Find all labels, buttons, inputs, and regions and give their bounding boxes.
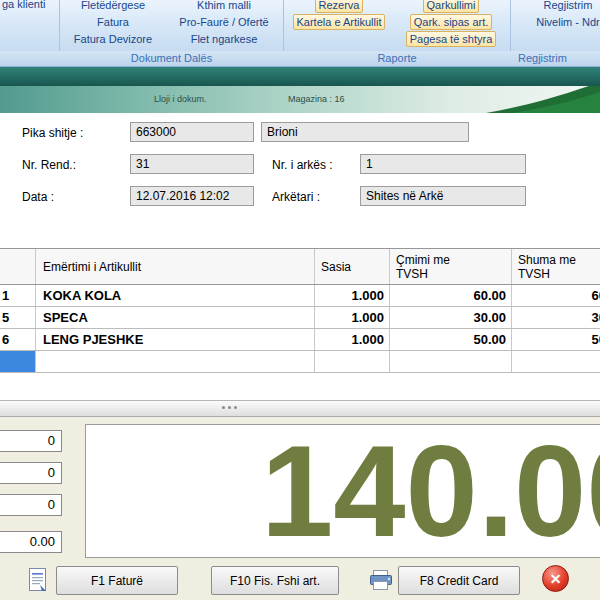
pika-shitje-code-field[interactable]: 663000	[130, 122, 254, 142]
ribbon-item-pro-faure-oferte[interactable]: Pro-Faurë / Ofertë	[175, 14, 272, 30]
items-table: Emërtimi i Artikullit Sasia Çmimi me TVS…	[0, 248, 600, 373]
header-cmimi: Çmimi me TVSH	[390, 249, 512, 284]
ribbon-item-qark-sipas-art[interactable]: Qark. sipas art.	[410, 14, 493, 30]
arketari-label: Arkëtari :	[272, 190, 320, 204]
grand-total-display: 140.00	[85, 424, 600, 558]
totals-panel: 0 0 0 0.00 140.00 F1 Faturë F10 Fis. Fsh…	[0, 417, 600, 600]
data-field[interactable]: 12.07.2016 12:02	[130, 186, 254, 206]
ribbon-column-dokument-1: Fletëdërgese Fatura Fatura Devizore	[62, 0, 164, 47]
warehouse-label: Magazina : 16	[288, 94, 345, 104]
table-row-selected-empty[interactable]	[0, 351, 600, 373]
caption-raporte: Raporte	[284, 51, 510, 66]
caption-dokument-dales: Dokument Dalës	[60, 51, 283, 66]
ribbon-item-kartela-e-artikullit[interactable]: Kartela e Artikullit	[293, 14, 386, 30]
ribbon-item-regjistrim[interactable]: Regjistrim	[540, 0, 597, 13]
arketari-field[interactable]: Shites në Arkë	[360, 186, 526, 206]
ribbon-caption-band: Dokument Dalës Raporte Regjistrim	[0, 51, 600, 67]
caption-regjistrim: Regjistrim	[512, 51, 600, 66]
logo-swoosh	[456, 86, 600, 113]
nr-arkes-label: Nr. i arkës :	[272, 158, 333, 172]
ribbon-item-flet-ngarkese[interactable]: Flet ngarkese	[187, 31, 262, 47]
header-sasia: Sasia	[315, 249, 390, 284]
pika-shitje-name-field[interactable]: Brioni	[261, 122, 469, 142]
ribbon-column-regjistrim: Regjistrim Nivelim - Ndr	[513, 0, 600, 30]
f8-credit-card-button[interactable]: F8 Credit Card	[398, 566, 520, 595]
nr-rend-label: Nr. Rend.:	[22, 158, 76, 172]
header-shuma: Shuma me TVSH	[512, 249, 600, 284]
printer-icon[interactable]	[368, 569, 394, 591]
grand-total-value: 140.00	[261, 425, 600, 557]
horizontal-splitter[interactable]	[0, 400, 600, 417]
ribbon-item-fatura-devizore[interactable]: Fatura Devizore	[70, 31, 156, 47]
selected-row-cell	[0, 351, 36, 372]
header-id	[0, 249, 36, 284]
ribbon-column-raporte-2: Qarkullimi Qark. sipas art. Pagesa të sh…	[395, 0, 507, 47]
doc-type-label: Lloji i dokum.	[154, 94, 207, 104]
header-emertimi: Emërtimi i Artikullit	[36, 249, 315, 284]
ribbon-column-raporte-1: Rezerva Kartela e Artikullit	[287, 0, 391, 30]
ribbon-column-dokument-2: Kthim malli Pro-Faurë / Ofertë Flet ngar…	[167, 0, 281, 47]
table-row[interactable]: 1 KOKA KOLA 1.000 60.00 60.00	[0, 285, 600, 307]
ribbon-item-pagesa-te-shtyra[interactable]: Pagesa të shtyra	[406, 31, 497, 47]
pika-shitje-label: Pika shitje :	[22, 126, 83, 140]
ribbon-item-pagesa-nga-klienti[interactable]: ga klienti	[2, 0, 45, 11]
ribbon-item-qarkullimi[interactable]: Qarkullimi	[423, 0, 480, 13]
nr-arkes-field[interactable]: 1	[360, 154, 526, 174]
panel-title-bar	[0, 67, 600, 86]
total-field-4[interactable]: 0.00	[0, 531, 62, 553]
f1-fature-button[interactable]: F1 Faturë	[56, 566, 178, 595]
f10-fshi-art-button[interactable]: F10 Fis. Fshi art.	[211, 566, 339, 595]
nr-rend-field[interactable]: 31	[130, 154, 254, 174]
ribbon-item-kthim-malli[interactable]: Kthim malli	[193, 0, 255, 13]
ribbon-item-fletedergese[interactable]: Fletëdërgese	[77, 0, 149, 13]
table-row[interactable]: 6 LENG PJESHKE 1.000 50.00 50.00	[0, 329, 600, 351]
data-label: Data :	[22, 190, 54, 204]
table-header-row: Emërtimi i Artikullit Sasia Çmimi me TVS…	[0, 249, 600, 285]
table-row[interactable]: 5 SPECA 1.000 30.00 30.00	[0, 307, 600, 329]
splitter-grip-icon	[222, 406, 237, 409]
total-field-3[interactable]: 0	[0, 494, 62, 516]
close-icon[interactable]: ✕	[542, 565, 569, 592]
ribbon-item-fatura[interactable]: Fatura	[93, 14, 133, 30]
total-field-2[interactable]: 0	[0, 462, 62, 484]
pos-window: ga klienti Fletëdërgese Fatura Fatura De…	[0, 0, 600, 600]
document-icon[interactable]	[26, 567, 48, 593]
total-field-1[interactable]: 0	[0, 430, 62, 452]
info-band: Lloji i dokum. Magazina : 16	[0, 86, 600, 113]
ribbon-item-rezerva[interactable]: Rezerva	[315, 0, 364, 13]
ribbon-item-nivelim-ndr[interactable]: Nivelim - Ndr	[532, 14, 600, 30]
